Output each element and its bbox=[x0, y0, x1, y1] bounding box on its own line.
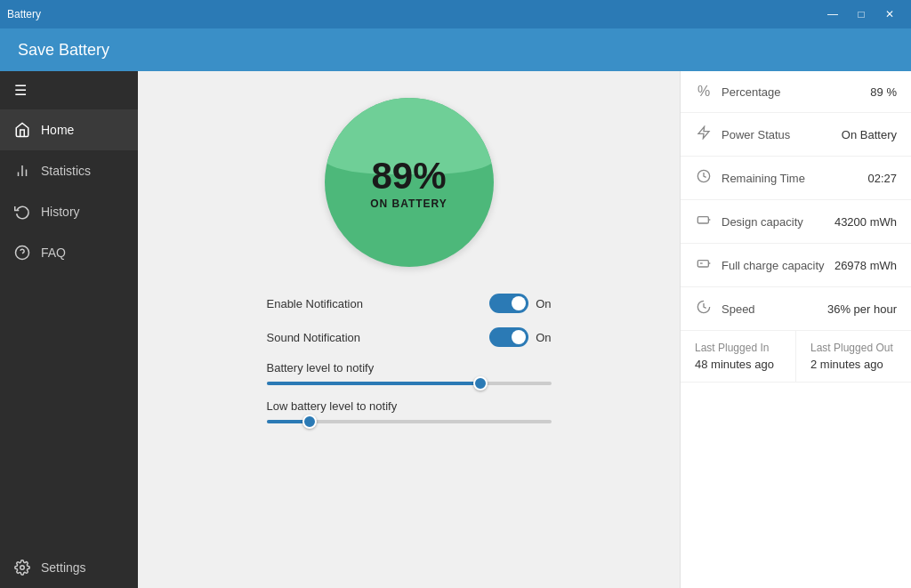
hamburger-button[interactable]: ☰ bbox=[0, 71, 138, 109]
sidebar-bottom: Settings bbox=[0, 547, 138, 588]
clock-icon bbox=[695, 169, 713, 187]
app-title: Battery bbox=[7, 8, 41, 20]
last-plugged-out-cell: Last Plugged Out 2 minutes ago bbox=[796, 331, 911, 382]
power-icon bbox=[695, 125, 713, 143]
remaining-time-label: Remaining Time bbox=[722, 172, 805, 185]
titlebar-controls: — □ ✕ bbox=[818, 0, 904, 28]
last-plugged-in-title: Last Plugged In bbox=[695, 342, 781, 354]
history-icon bbox=[14, 204, 30, 220]
app-header: Save Battery bbox=[0, 28, 911, 71]
enable-notification-label: Enable Notification bbox=[267, 297, 363, 310]
stat-row-full-charge: Full charge capacity 26978 mWh bbox=[681, 244, 911, 287]
design-capacity-label: Design capacity bbox=[722, 215, 803, 229]
sidebar-item-statistics[interactable]: Statistics bbox=[0, 150, 138, 191]
stat-row-speed: Speed 36% per hour bbox=[681, 287, 911, 331]
sidebar-item-statistics-label: Statistics bbox=[41, 164, 91, 178]
speed-label: Speed bbox=[722, 302, 755, 316]
sidebar-item-settings-label: Settings bbox=[41, 560, 86, 575]
titlebar: Battery — □ ✕ bbox=[0, 0, 911, 28]
percentage-label: Percentage bbox=[722, 85, 781, 99]
faq-icon bbox=[14, 245, 30, 261]
enable-notification-value: On bbox=[536, 297, 551, 310]
battery-circle-container: 89% ON BATTERY bbox=[325, 98, 494, 267]
low-battery-track[interactable] bbox=[267, 420, 552, 423]
sidebar-item-home-label: Home bbox=[41, 123, 74, 137]
controls-section: Enable Notification On Sound Notificatio… bbox=[267, 294, 552, 438]
close-button[interactable]: ✕ bbox=[875, 0, 904, 28]
battery-level-slider-section: Battery level to notify bbox=[267, 361, 552, 385]
sound-notification-row: Sound Notification On bbox=[267, 327, 552, 347]
design-capacity-value: 43200 mWh bbox=[834, 215, 897, 229]
enable-notification-row: Enable Notification On bbox=[267, 294, 552, 313]
sidebar-nav: Home Statistics History bbox=[0, 109, 138, 273]
full-charge-icon bbox=[695, 256, 713, 274]
svg-rect-7 bbox=[697, 217, 708, 223]
stat-row-remaining-time: Remaining Time 02:27 bbox=[681, 157, 911, 200]
stat-left-design-capacity: Design capacity bbox=[695, 213, 803, 230]
sidebar-item-settings[interactable]: Settings bbox=[0, 547, 138, 588]
power-status-value: On Battery bbox=[842, 128, 897, 141]
percentage-icon: % bbox=[695, 84, 713, 100]
full-charge-label: Full charge capacity bbox=[722, 259, 825, 272]
sidebar: ☰ Home Statistics bbox=[0, 71, 138, 588]
sidebar-top: ☰ Home Statistics bbox=[0, 71, 138, 273]
percentage-value: 89 % bbox=[870, 85, 897, 99]
stat-left-remaining-time: Remaining Time bbox=[695, 169, 805, 187]
stat-left-power-status: Power Status bbox=[695, 125, 790, 143]
main-content: 89% ON BATTERY Enable Notification On So… bbox=[138, 71, 911, 588]
battery-level-label: Battery level to notify bbox=[267, 361, 552, 375]
full-charge-value: 26978 mWh bbox=[834, 259, 897, 272]
stat-left-full-charge: Full charge capacity bbox=[695, 256, 825, 274]
sidebar-item-home[interactable]: Home bbox=[0, 109, 138, 150]
app-body: ☰ Home Statistics bbox=[0, 71, 911, 588]
sidebar-item-history[interactable]: History bbox=[0, 191, 138, 232]
minimize-button[interactable]: — bbox=[818, 0, 847, 28]
plugged-row: Last Plugged In 48 minutes ago Last Plug… bbox=[681, 331, 911, 383]
last-plugged-in-cell: Last Plugged In 48 minutes ago bbox=[681, 331, 796, 382]
statistics-icon bbox=[14, 163, 30, 179]
battery-circle: 89% ON BATTERY bbox=[325, 98, 494, 267]
stats-panel: % Percentage 89 % Power Status On Batter… bbox=[680, 71, 911, 588]
home-icon bbox=[14, 122, 30, 138]
battery-percentage: 89% bbox=[371, 155, 446, 197]
battery-level-thumb[interactable] bbox=[473, 376, 488, 391]
low-battery-thumb[interactable] bbox=[302, 415, 317, 429]
battery-status-text: ON BATTERY bbox=[370, 197, 447, 210]
battery-icon bbox=[695, 213, 713, 230]
sound-notification-toggle-container: On bbox=[489, 327, 551, 347]
last-plugged-in-time: 48 minutes ago bbox=[695, 358, 781, 371]
sound-notification-value: On bbox=[536, 331, 551, 344]
last-plugged-out-time: 2 minutes ago bbox=[810, 358, 897, 371]
app-header-title: Save Battery bbox=[18, 41, 109, 60]
remaining-time-value: 02:27 bbox=[867, 172, 897, 185]
sound-notification-toggle[interactable] bbox=[489, 327, 528, 347]
power-status-label: Power Status bbox=[722, 128, 790, 141]
battery-level-fill bbox=[267, 382, 480, 385]
maximize-button[interactable]: □ bbox=[847, 0, 875, 28]
battery-level-track[interactable] bbox=[267, 382, 552, 385]
last-plugged-out-title: Last Plugged Out bbox=[810, 342, 897, 354]
enable-notification-toggle-container: On bbox=[489, 294, 551, 313]
stat-row-power-status: Power Status On Battery bbox=[681, 113, 911, 157]
speed-icon bbox=[695, 300, 713, 318]
low-battery-slider-section: Low battery level to notify bbox=[267, 399, 552, 423]
sidebar-item-history-label: History bbox=[41, 205, 80, 219]
stat-row-percentage: % Percentage 89 % bbox=[681, 71, 911, 113]
stat-left-speed: Speed bbox=[695, 300, 755, 318]
svg-rect-9 bbox=[697, 261, 708, 267]
titlebar-left: Battery bbox=[7, 8, 41, 20]
settings-icon bbox=[14, 560, 30, 576]
center-section: 89% ON BATTERY Enable Notification On So… bbox=[138, 71, 680, 588]
sidebar-item-faq[interactable]: FAQ bbox=[0, 232, 138, 273]
sidebar-item-faq-label: FAQ bbox=[41, 246, 66, 260]
low-battery-label: Low battery level to notify bbox=[267, 399, 552, 413]
speed-value: 36% per hour bbox=[827, 302, 897, 316]
stat-row-design-capacity: Design capacity 43200 mWh bbox=[681, 200, 911, 244]
stat-left-percentage: % Percentage bbox=[695, 84, 781, 100]
sound-notification-label: Sound Notification bbox=[267, 331, 361, 344]
enable-notification-toggle[interactable] bbox=[489, 294, 528, 313]
svg-point-5 bbox=[20, 566, 25, 570]
